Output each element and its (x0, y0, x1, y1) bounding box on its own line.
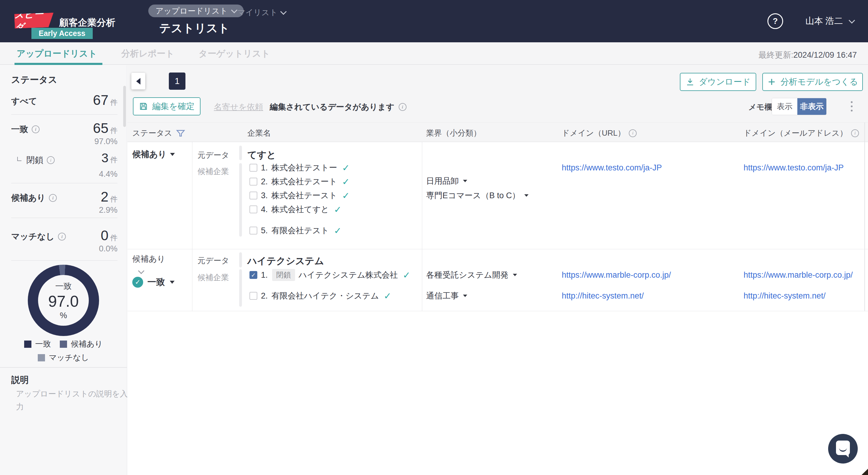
divider (11, 217, 118, 218)
industry-select[interactable]: 専門Eコマース（B to C） (426, 188, 529, 203)
cell-scrollbar[interactable] (239, 146, 242, 160)
status-select[interactable]: ✓ 一致 (132, 276, 175, 288)
candidate-list: 1.株式会社テストー✓2.株式会社テスート✓3.株式会社テースト✓4.株式会社て… (249, 161, 350, 237)
list-item: https://www.testo.com/ja-JP (562, 161, 662, 175)
domain-link[interactable]: https://www.testo.com/ja-JP (562, 163, 662, 173)
info-icon[interactable] (851, 129, 859, 137)
divider (11, 183, 118, 183)
domain-link[interactable]: https://www.marble-corp.co.jp/ (562, 270, 671, 280)
product-name: 顧客企業分析 (59, 16, 115, 29)
candidate-company-name: 株式会社テースト (272, 190, 337, 201)
info-icon[interactable] (32, 125, 39, 133)
table-right-edge (864, 122, 865, 311)
info-icon[interactable] (47, 156, 55, 164)
match-check-icon[interactable]: ✓ (403, 270, 410, 280)
more-options-menu[interactable] (846, 98, 858, 114)
create-analysis-model-button[interactable]: 分析モデルをつくる (762, 73, 863, 91)
speeda-logo: スピーダ (14, 13, 54, 29)
url-list: https://www.marble-corp.co.jp/http://hit… (562, 268, 671, 310)
domain-link[interactable]: https://www.marble-corp.co.jp/ (744, 270, 853, 280)
column-header-domain-email: ドメイン（メールアドレス） (744, 128, 859, 139)
column-divider (192, 142, 192, 249)
chat-support-button[interactable] (828, 434, 858, 464)
download-button[interactable]: ダウンロード (680, 73, 756, 91)
status-previous: 候補あり (132, 254, 175, 264)
my-list-switcher[interactable]: マイリスト (238, 7, 286, 18)
sidebar-scrollbar[interactable] (123, 86, 126, 127)
help-icon[interactable]: ? (768, 13, 783, 29)
pagination-prev-button[interactable] (131, 73, 145, 89)
match-check-icon[interactable]: ✓ (342, 190, 349, 201)
candidate-checkbox[interactable]: ✓ (249, 271, 257, 279)
memo-column-label: メモ欄 (748, 102, 772, 112)
candidate-checkbox[interactable] (249, 178, 257, 185)
list-item: http://hitec-system.net/ (744, 289, 853, 303)
email-domain-list: https://www.marble-corp.co.jp/http://hit… (744, 268, 853, 310)
stat-match: 一致 65件 (11, 124, 118, 135)
domain-link[interactable]: http://hitec-system.net/ (744, 291, 826, 301)
download-label: ダウンロード (699, 76, 750, 88)
divider (11, 114, 118, 115)
candidate-checkbox[interactable] (249, 227, 257, 235)
domain-link[interactable]: http://hitec-system.net/ (562, 291, 644, 301)
download-icon (686, 77, 695, 86)
info-icon[interactable] (58, 233, 66, 240)
cell-scrollbar[interactable] (239, 163, 242, 237)
tab-analysis-report[interactable]: 分析レポート (121, 42, 174, 65)
info-icon[interactable] (629, 129, 637, 137)
candidate-checkbox[interactable] (249, 205, 257, 213)
match-check-icon[interactable]: ✓ (342, 162, 349, 173)
memo-hide-option[interactable]: 非表示 (797, 98, 826, 115)
list-item: https://www.marble-corp.co.jp/ (744, 268, 853, 282)
top-navigation-bar: スピーダ 顧客企業分析 Early Access アップロードリスト マイリスト… (0, 0, 868, 42)
memo-show-option[interactable]: 表示 (772, 98, 797, 115)
column-header-status: ステータス (132, 128, 185, 139)
candidate-company-name: 有限会社テスト (272, 225, 329, 236)
industry-list: 各種受託システム開発通信工事 (426, 268, 517, 310)
closed-badge: 閉鎖 (272, 269, 295, 281)
arrow-left-icon (136, 78, 141, 85)
user-name: 山本 浩二 (805, 15, 843, 27)
caret-down-icon (513, 274, 517, 276)
status-donut-chart: 一致 97.0 % (28, 265, 99, 336)
candidate-checkbox[interactable] (249, 191, 257, 200)
status-sidebar: ステータス すべて 67件 一致 65件 97.0% 閉鎖 3件 4.4% 候補… (0, 65, 127, 475)
tab-upload-list[interactable]: アップロードリスト (17, 42, 97, 65)
status-select[interactable]: 候補あり (132, 149, 175, 160)
industry-label: 通信工事 (426, 290, 459, 301)
match-check-icon[interactable]: ✓ (334, 204, 341, 215)
cell-scrollbar[interactable] (239, 252, 242, 267)
filter-icon[interactable] (176, 128, 185, 138)
list-item: https://www.testo.com/ja-JP (744, 161, 844, 175)
pagination-page-1[interactable]: 1 (169, 72, 185, 90)
candidate-number: 1. (261, 270, 268, 280)
candidate-company-label: 候補企業 (197, 166, 229, 177)
domain-link[interactable]: https://www.testo.com/ja-JP (744, 163, 844, 173)
info-icon[interactable] (399, 103, 406, 111)
caret-down-icon (524, 194, 529, 197)
industry-select[interactable]: 通信工事 (426, 289, 517, 303)
upload-list-switcher[interactable]: アップロードリスト (148, 4, 244, 17)
cell-scrollbar[interactable] (239, 269, 242, 307)
confirm-edit-button[interactable]: 編集を確定 (133, 97, 200, 115)
stat-all: すべて 67件 (11, 95, 118, 107)
match-check-icon[interactable]: ✓ (334, 226, 341, 236)
candidate-checkbox[interactable] (249, 292, 257, 300)
user-menu[interactable]: 山本 浩二 (805, 15, 854, 27)
industry-select[interactable]: 各種受託システム開発 (426, 268, 517, 282)
match-check-icon[interactable]: ✓ (384, 291, 392, 301)
candidate-row: 4.株式会社てすと✓ (249, 203, 350, 216)
candidate-checkbox[interactable] (249, 164, 257, 172)
tab-target-list[interactable]: ターゲットリスト (198, 42, 270, 65)
description-placeholder[interactable]: アップロードリストの説明を入力 (16, 387, 128, 413)
caret-down-icon (463, 295, 467, 297)
chevron-down-icon (280, 8, 287, 15)
url-list: https://www.testo.com/ja-JP (562, 161, 662, 175)
my-list-label: マイリスト (238, 7, 278, 18)
check-circle-icon: ✓ (132, 277, 143, 288)
info-icon[interactable] (49, 194, 57, 202)
request-merge-link[interactable]: 名寄せを依頼 (214, 101, 263, 112)
industry-select[interactable]: 日用品卸 (426, 174, 529, 188)
match-check-icon[interactable]: ✓ (342, 176, 349, 187)
stat-no-match: マッチなし 0件 (11, 231, 118, 242)
